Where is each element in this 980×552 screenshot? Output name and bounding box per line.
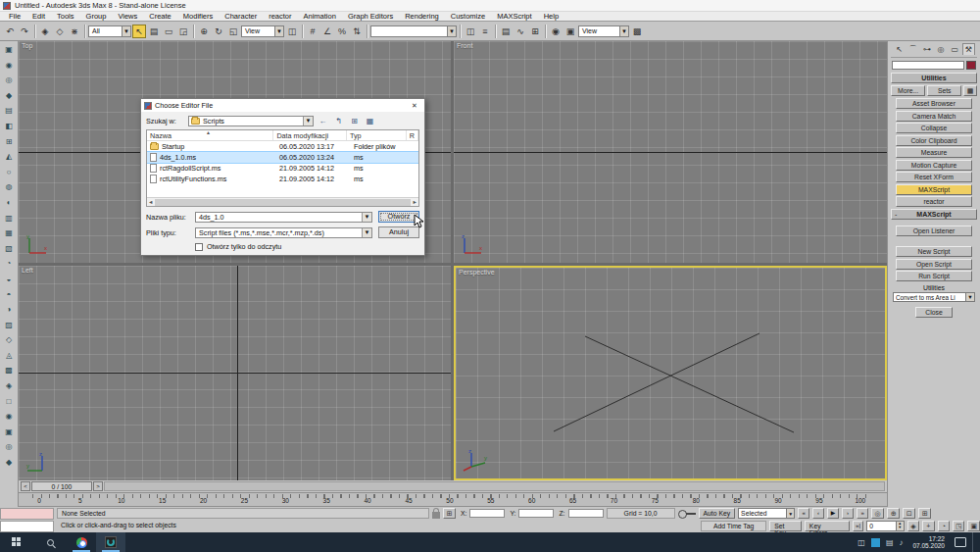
maxscript-rollout-header[interactable]: - MAXScript	[891, 209, 977, 220]
hierarchy-tab-icon[interactable]: ⊶	[920, 43, 933, 55]
left-toolbar-icon[interactable]: ◉	[2, 59, 16, 72]
time-slider-track[interactable]	[104, 481, 885, 491]
menu-item[interactable]: MAXScript	[492, 12, 536, 21]
menu-item[interactable]: Edit	[27, 12, 50, 21]
selection-filter-dropdown[interactable]: All ▼	[88, 25, 131, 37]
auto-key-button[interactable]: Auto Key	[699, 508, 736, 519]
display-tab-icon[interactable]: ▭	[949, 43, 961, 55]
file-row-startup[interactable]: Startup 06.05.2020 13:17 Folder plików	[147, 141, 418, 152]
dropdown-caret-icon[interactable]: ▼	[786, 509, 794, 518]
go-to-end-icon[interactable]: »	[857, 508, 868, 519]
add-time-tag[interactable]: Add Time Tag	[701, 521, 766, 531]
left-toolbar-icon[interactable]: ◉	[2, 410, 16, 423]
macro-recorder-pane[interactable]	[0, 508, 54, 520]
scroll-left-icon[interactable]: ◄	[148, 199, 153, 205]
absolute-offset-toggle-icon[interactable]: ⊞	[443, 508, 456, 519]
menu-item[interactable]: Group	[81, 12, 112, 21]
dropdown-caret-icon[interactable]: ▼	[303, 117, 313, 125]
network-icon[interactable]: ▤	[886, 538, 894, 547]
rotate-icon[interactable]: ↻	[212, 25, 225, 38]
left-toolbar-icon[interactable]: ▩	[2, 364, 16, 376]
show-desktop-button[interactable]	[972, 532, 976, 552]
dropdown-caret-icon[interactable]: ▼	[122, 26, 130, 36]
window-crossing-icon[interactable]: ◲	[176, 25, 190, 38]
menu-item[interactable]: Customize	[446, 12, 490, 21]
z-coordinate-field[interactable]	[568, 509, 604, 518]
link-icon[interactable]: ◈	[38, 25, 52, 38]
left-toolbar-icon[interactable]: ◈	[2, 379, 16, 392]
taskbar-search-button[interactable]	[33, 532, 67, 552]
dropdown-caret-icon[interactable]: ▼	[447, 26, 456, 36]
arc-rotate-icon[interactable]: ◔	[938, 521, 950, 531]
unlink-icon[interactable]: ◇	[53, 25, 67, 38]
move-icon[interactable]: ⊕	[197, 25, 211, 38]
percent-snap-icon[interactable]: %	[335, 25, 349, 38]
left-toolbar-icon[interactable]: ▥	[2, 212, 16, 225]
new-folder-icon[interactable]: ⊞	[348, 115, 361, 126]
notification-center-icon[interactable]	[955, 537, 966, 547]
viewport-left[interactable]: Left z y	[19, 266, 451, 480]
left-toolbar-icon[interactable]: ▨	[2, 319, 16, 331]
set-keys-icon[interactable]	[678, 509, 696, 518]
file-row[interactable]: rctRagdollScript.ms 21.09.2005 14:12 ms	[147, 163, 418, 174]
zoom-icon[interactable]: ◎	[871, 508, 884, 519]
left-toolbar-icon[interactable]: ▧	[2, 242, 16, 255]
file-name-input[interactable]: 4ds_1.0 ▼	[195, 212, 372, 223]
menu-item[interactable]: Modifiers	[178, 12, 218, 21]
quick-render-icon[interactable]: ▩	[630, 25, 644, 38]
pan-icon[interactable]: +	[922, 521, 934, 531]
viewport-left-label[interactable]: Left	[22, 267, 33, 274]
color-clipboard-button[interactable]: Color Clipboard	[896, 135, 972, 146]
modify-tab-icon[interactable]: ⌒	[906, 43, 919, 55]
redo-icon[interactable]: ↷	[18, 25, 31, 38]
previous-frame-icon[interactable]: <	[21, 481, 30, 491]
taskbar-clock[interactable]: 17:22 07.05.2020	[908, 535, 949, 550]
create-tab-icon[interactable]: ↖	[893, 43, 906, 55]
left-toolbar-icon[interactable]: ⊞	[2, 135, 16, 148]
curve-editor-icon[interactable]: ∿	[514, 25, 527, 38]
play-icon[interactable]: ▶	[827, 508, 839, 519]
measure-button[interactable]: Measure	[896, 147, 972, 158]
dropdown-caret-icon[interactable]: ▼	[274, 26, 283, 36]
utilities-rollout-header[interactable]: Utilities	[891, 73, 977, 83]
maximize-viewport-icon[interactable]: ▣	[967, 521, 979, 531]
read-only-checkbox-row[interactable]: Otwórz tylko do odczytu	[195, 242, 424, 251]
material-editor-icon[interactable]: ◉	[549, 25, 563, 38]
open-listener-button[interactable]: Open Listener	[896, 226, 972, 236]
left-toolbar-icon[interactable]: ▦	[2, 226, 16, 239]
zoom-all-icon[interactable]: ⊕	[887, 508, 900, 519]
dropdown-caret-icon[interactable]: ▼	[362, 213, 371, 222]
views-menu-icon[interactable]: ▦	[364, 115, 376, 126]
more-button[interactable]: More...	[891, 85, 925, 96]
object-name-field[interactable]	[892, 61, 964, 70]
left-toolbar-icon[interactable]: ◆	[2, 456, 16, 469]
select-object-icon[interactable]: ↖	[132, 25, 146, 38]
file-row[interactable]: rctUtilityFunctions.ms 21.09.2005 14:12 …	[147, 174, 418, 184]
start-button[interactable]	[0, 532, 33, 552]
maxscript-mini-listener[interactable]	[0, 521, 54, 532]
menu-item[interactable]: Animation	[299, 12, 341, 21]
object-color-swatch[interactable]	[966, 61, 976, 70]
file-row-selected[interactable]: 4ds_1.0.ms 06.05.2020 13:24 ms	[147, 152, 418, 163]
left-toolbar-icon[interactable]: ▤	[2, 104, 16, 117]
taskbar-chrome-button[interactable]	[67, 532, 96, 552]
render-scene-icon[interactable]: ▣	[564, 25, 577, 38]
lock-selection-icon[interactable]	[432, 512, 440, 519]
left-toolbar-icon[interactable]: ◐	[2, 196, 16, 209]
left-toolbar-icon[interactable]: ◆	[2, 89, 16, 102]
next-frame-icon[interactable]: >	[93, 481, 103, 491]
key-mode-toggle-icon[interactable]: ◈	[907, 521, 919, 531]
field-of-view-icon[interactable]: ◳	[953, 521, 964, 531]
left-toolbar-icon[interactable]: □	[2, 395, 16, 408]
sets-button[interactable]: Sets	[927, 85, 961, 96]
configure-button-sets-icon[interactable]: ▦	[963, 85, 977, 96]
look-in-dropdown[interactable]: Scripts ▼	[188, 116, 314, 126]
collapse-button[interactable]: Collapse	[896, 123, 972, 133]
camera-match-button[interactable]: Camera Match	[896, 111, 972, 122]
go-to-start-icon[interactable]: «	[798, 508, 809, 519]
horizontal-scrollbar[interactable]: ◄ ►	[147, 197, 418, 206]
dropdown-caret-icon[interactable]: ▼	[362, 228, 371, 237]
column-header-type[interactable]: Typ	[347, 130, 407, 140]
x-coordinate-field[interactable]	[469, 509, 505, 518]
menu-item[interactable]: Character	[220, 12, 262, 21]
